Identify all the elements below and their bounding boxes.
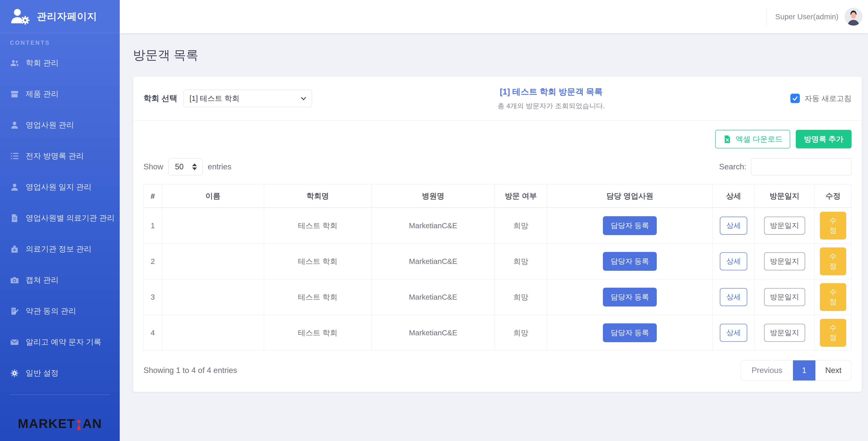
table-row: 3 테스트 학회 MarketianC&E 희망 담당자 등록 상세 방문일지 … — [144, 279, 851, 315]
sidebar-item-sms-log[interactable]: 알리고 예약 문자 기록 — [0, 327, 120, 358]
cell-visit-status: 희망 — [495, 244, 547, 279]
excel-download-button[interactable]: 엑셀 다운로드 — [715, 130, 790, 148]
sidebar: 관리자페이지 CONTENTS 학회 관리 제품 관리 영업사원 관리 전자 방… — [0, 0, 120, 441]
pagination-previous[interactable]: Previous — [741, 360, 793, 380]
detail-button[interactable]: 상세 — [720, 253, 747, 270]
cell-hospital: MarketianC&E — [372, 315, 495, 351]
sidebar-item-institution-by-salesperson[interactable]: 영업사원별 의료기관 관리 — [0, 203, 120, 234]
col-header-visit: 방문 여부 — [495, 184, 547, 208]
select-arrows-icon — [192, 164, 197, 170]
page-size-value: 50 — [175, 162, 184, 171]
col-header-edit: 수정 — [814, 184, 851, 208]
summary-block: [1] 테스트 학회 방문객 목록 총 4개의 방문자가 조회되었습니다. — [312, 86, 790, 111]
cell-num: 3 — [144, 279, 162, 315]
app-root: 관리자페이지 CONTENTS 학회 관리 제품 관리 영업사원 관리 전자 방… — [0, 0, 868, 441]
table-row: 4 테스트 학회 MarketianC&E 희망 담당자 등록 상세 방문일지 … — [144, 315, 851, 351]
sidebar-item-guestbook-management[interactable]: 전자 방명록 관리 — [0, 141, 120, 172]
pagination-next[interactable]: Next — [815, 360, 851, 380]
cell-society: 테스트 학회 — [264, 315, 371, 351]
content: 방문객 목록 학회 선택 [1] 테스트 학회 [1] 테스트 학회 방문객 목… — [120, 33, 868, 392]
society-select-value: [1] 테스트 학회 — [189, 93, 239, 104]
assign-manager-button[interactable]: 담당자 등록 — [603, 288, 656, 306]
excel-download-label: 엑셀 다운로드 — [736, 134, 783, 144]
search-input[interactable] — [751, 158, 851, 175]
sidebar-item-institution-info-management[interactable]: 의료기관 정보 관리 — [0, 234, 120, 265]
table-controls: Show 50 entries Search: — [144, 158, 851, 175]
sidebar-item-label: 캡쳐 관리 — [26, 275, 59, 285]
detail-button[interactable]: 상세 — [720, 288, 747, 306]
user-icon — [10, 120, 19, 130]
sidebar-item-label: 영업사원 관리 — [26, 120, 74, 130]
summary-subtitle: 총 4개의 방문자가 조회되었습니다. — [318, 101, 784, 111]
sidebar-item-capture-management[interactable]: 캡쳐 관리 — [0, 265, 120, 296]
visit-log-button[interactable]: 방문일지 — [764, 217, 805, 235]
gear-icon — [10, 369, 19, 378]
society-select-label: 학회 선택 — [144, 93, 177, 104]
sidebar-item-label: 일반 설정 — [26, 368, 59, 378]
list-check-icon — [10, 151, 19, 161]
col-header-detail: 상세 — [713, 184, 754, 208]
sidebar-item-label: 알리고 예약 문자 기록 — [26, 337, 101, 347]
checkbox-checked-icon[interactable] — [790, 94, 800, 103]
assign-manager-button[interactable]: 담당자 등록 — [603, 216, 656, 235]
sidebar-item-label: 의료기관 정보 관리 — [26, 244, 92, 254]
cell-society: 테스트 학회 — [264, 279, 371, 315]
cell-visit-status: 희망 — [495, 208, 547, 244]
entries-label: entries — [208, 162, 231, 171]
visit-log-button[interactable]: 방문일지 — [764, 324, 805, 342]
brand-link[interactable]: 관리자페이지 — [0, 0, 120, 33]
sidebar-item-label: 영업사원별 의료기관 관리 — [26, 213, 115, 223]
logo-red-i-icon — [76, 420, 82, 431]
page-title: 방문객 목록 — [133, 47, 862, 63]
sidebar-item-label: 제품 관리 — [26, 89, 59, 99]
showing-entries-text: Showing 1 to 4 of 4 entries — [144, 366, 237, 375]
search-label: Search: — [719, 162, 746, 171]
sidebar-item-terms-agreement-management[interactable]: 약관 동의 관리 — [0, 296, 120, 327]
envelope-icon — [10, 337, 19, 347]
cell-hospital: MarketianC&E — [372, 244, 495, 279]
sidebar-item-label: 전자 방명록 관리 — [26, 151, 84, 161]
show-entries: Show 50 entries — [144, 158, 231, 175]
sidebar-item-society-management[interactable]: 학회 관리 — [0, 48, 120, 79]
sidebar-item-salesperson-management[interactable]: 영업사원 관리 — [0, 110, 120, 141]
visit-log-button[interactable]: 방문일지 — [764, 253, 805, 270]
visit-log-button[interactable]: 방문일지 — [764, 288, 805, 306]
auto-refresh-toggle[interactable]: 자동 새로고침 — [790, 93, 851, 104]
show-label: Show — [144, 162, 163, 171]
edit-button[interactable]: 수정 — [820, 319, 846, 347]
card-header: 학회 선택 [1] 테스트 학회 [1] 테스트 학회 방문객 목록 총 4개의… — [133, 77, 862, 120]
cell-num: 1 — [144, 208, 162, 244]
society-select[interactable]: [1] 테스트 학회 — [184, 90, 312, 107]
table-row: 1 테스트 학회 MarketianC&E 희망 담당자 등록 상세 방문일지 … — [144, 208, 851, 244]
cell-society: 테스트 학회 — [264, 244, 371, 279]
table-footer: Showing 1 to 4 of 4 entries Previous 1 N… — [144, 360, 851, 381]
add-guestbook-button[interactable]: 방명록 추가 — [796, 130, 851, 148]
cell-name — [162, 279, 264, 315]
edit-button[interactable]: 수정 — [820, 247, 846, 275]
page-size-select[interactable]: 50 — [168, 158, 203, 175]
gear-part — [21, 16, 30, 24]
camera-icon — [10, 275, 19, 285]
col-header-visitlog: 방문일지 — [754, 184, 814, 208]
user-icon — [10, 182, 19, 192]
search-box: Search: — [719, 158, 851, 175]
check-icon — [792, 95, 798, 101]
assign-manager-button[interactable]: 담당자 등록 — [603, 252, 656, 271]
pagination-page-1[interactable]: 1 — [793, 360, 815, 380]
assign-manager-button[interactable]: 담당자 등록 — [603, 323, 656, 342]
visitors-table: # 이름 학회명 병원명 방문 여부 담당 영업사원 상세 방문일지 수정 — [144, 184, 851, 351]
sidebar-item-sales-diary-management[interactable]: 영업사원 일지 관리 — [0, 172, 120, 203]
sidebar-item-product-management[interactable]: 제품 관리 — [0, 79, 120, 110]
detail-button[interactable]: 상세 — [720, 324, 747, 342]
user-avatar[interactable] — [844, 8, 863, 26]
edit-button[interactable]: 수정 — [820, 212, 846, 239]
sidebar-divider — [10, 394, 110, 395]
edit-button[interactable]: 수정 — [820, 283, 846, 311]
sidebar-item-general-settings[interactable]: 일반 설정 — [0, 358, 120, 389]
logo-text-prefix: MARKET — [18, 416, 75, 431]
sidebar-nav: 학회 관리 제품 관리 영업사원 관리 전자 방명록 관리 영업사원 일지 관리… — [0, 48, 120, 389]
logo-text-suffix: AN — [83, 416, 102, 431]
detail-button[interactable]: 상세 — [720, 217, 747, 235]
marketian-logo: MARKETAN — [0, 416, 120, 431]
cell-visit-status: 희망 — [495, 315, 547, 351]
